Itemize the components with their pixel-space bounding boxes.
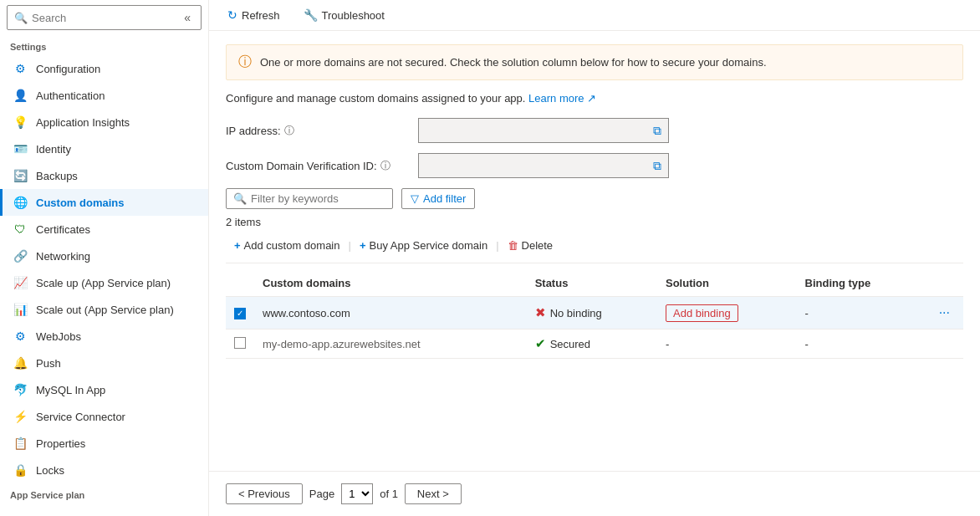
networking-icon: 🔗 (13, 248, 28, 263)
sidebar-item-label: Custom domains (36, 197, 124, 209)
of-label: of 1 (380, 488, 398, 500)
sidebar-item-service-connector[interactable]: ⚡ Service Connector (0, 403, 208, 430)
page-select[interactable]: 1 (341, 483, 373, 504)
sidebar-item-networking[interactable]: 🔗 Networking (0, 243, 208, 269)
certificates-icon: 🛡 (13, 222, 28, 237)
warning-icon: ⓘ (238, 54, 252, 71)
troubleshoot-icon: 🔧 (304, 8, 318, 22)
sidebar-item-properties[interactable]: 📋 Properties (0, 430, 208, 457)
table-row: my-demo-app.azurewebsites.net ✔ Secured … (226, 330, 963, 359)
service-connector-icon: ⚡ (13, 409, 28, 424)
sidebar-item-authentication[interactable]: 👤 Authentication (0, 82, 208, 109)
custom-domains-column-header: Custom domains (254, 270, 527, 297)
custom-domain-id-row: Custom Domain Verification ID: ⓘ ⧉ (226, 153, 963, 178)
search-icon: 🔍 (14, 12, 28, 24)
custom-domain-id-input-wrap: ⧉ (418, 153, 669, 178)
sidebar-search-wrap[interactable]: 🔍 « (7, 5, 202, 30)
sidebar-item-push[interactable]: 🔔 Push (0, 350, 208, 376)
sidebar-item-scale-up[interactable]: 📈 Scale up (App Service plan) (0, 269, 208, 296)
sidebar-item-identity[interactable]: 🪪 Identity (0, 135, 208, 162)
row1-solution[interactable]: Add binding (657, 297, 797, 330)
sidebar-item-locks[interactable]: 🔒 Locks (0, 457, 208, 483)
buy-domain-label: Buy App Service domain (369, 239, 487, 252)
sidebar-item-application-insights[interactable]: 💡 Application Insights (0, 109, 208, 135)
row1-status: ✖ No binding (527, 297, 657, 330)
sidebar-item-label: Identity (36, 143, 71, 156)
row2-checkbox[interactable] (234, 337, 246, 349)
filter-input[interactable] (251, 192, 385, 205)
add-filter-button[interactable]: ▽ Add filter (401, 188, 475, 209)
row1-actions[interactable]: ··· (926, 297, 963, 330)
custom-domain-id-label: Custom Domain Verification ID: ⓘ (226, 159, 418, 173)
ip-address-input[interactable] (424, 125, 651, 137)
sidebar-item-certificates[interactable]: 🛡 Certificates (0, 216, 208, 243)
mysql-icon: 🐬 (13, 382, 28, 397)
row2-domain-text: my-demo-app.azurewebsites.net (263, 338, 421, 350)
secured-success-icon: ✔ (535, 336, 546, 351)
row2-checkbox-cell[interactable] (226, 330, 254, 359)
ip-address-input-wrap: ⧉ (418, 118, 669, 143)
sidebar-item-label: MySQL In App (36, 384, 105, 396)
scale-up-icon: 📈 (13, 275, 28, 290)
collapse-button[interactable]: « (181, 9, 194, 26)
refresh-icon: ↻ (227, 8, 237, 22)
row1-ellipsis-button[interactable]: ··· (934, 304, 955, 322)
row2-actions (926, 330, 963, 359)
table-header-row: Custom domains Status Solution Binding t… (226, 270, 963, 297)
table-row: ✓ www.contoso.com ✖ No binding Add bindi… (226, 297, 963, 330)
sidebar-item-label: Certificates (36, 223, 90, 236)
sidebar-item-label: Authentication (36, 89, 105, 102)
sidebar-item-webjobs[interactable]: ⚙ WebJobs (0, 323, 208, 350)
learn-more-link[interactable]: Learn more ↗ (528, 92, 596, 105)
custom-domain-id-input[interactable] (424, 160, 651, 172)
domains-table: Custom domains Status Solution Binding t… (226, 270, 963, 359)
buy-app-service-domain-button[interactable]: + Buy App Service domain (351, 235, 496, 256)
sidebar-item-backups[interactable]: 🔄 Backups (0, 162, 208, 189)
refresh-label: Refresh (242, 9, 280, 22)
custom-domain-id-copy-button[interactable]: ⧉ (651, 157, 663, 175)
add-custom-domain-button[interactable]: + Add custom domain (226, 235, 349, 256)
sidebar-item-label: WebJobs (36, 330, 81, 343)
row2-binding-type: - (797, 330, 926, 359)
items-count: 2 items (226, 216, 963, 228)
sidebar-item-mysql-in-app[interactable]: 🐬 MySQL In App (0, 376, 208, 403)
troubleshoot-button[interactable]: 🔧 Troubleshoot (299, 5, 390, 25)
filter-bar: 🔍 ▽ Add filter (226, 188, 963, 209)
status-column-header: Status (527, 270, 657, 297)
ip-info-icon: ⓘ (284, 124, 294, 138)
refresh-button[interactable]: ↻ Refresh (222, 5, 285, 25)
ip-address-row: IP address: ⓘ ⧉ (226, 118, 963, 143)
row2-domain: my-demo-app.azurewebsites.net (254, 330, 527, 359)
row1-checkbox-cell[interactable]: ✓ (226, 297, 254, 330)
secured-text: Secured (550, 338, 590, 350)
locks-icon: 🔒 (13, 462, 28, 478)
search-input[interactable] (32, 12, 181, 24)
filter-input-wrap[interactable]: 🔍 (226, 188, 393, 209)
sidebar-item-configuration[interactable]: ⚙ Configuration (0, 55, 208, 82)
previous-button[interactable]: < Previous (226, 483, 303, 504)
next-button[interactable]: Next > (405, 483, 462, 504)
configuration-icon: ⚙ (13, 61, 28, 76)
sidebar-item-custom-domains[interactable]: 🌐 Custom domains (0, 189, 208, 216)
ip-address-label: IP address: ⓘ (226, 124, 418, 138)
action-bar: + Add custom domain | + Buy App Service … (226, 235, 963, 263)
row1-checkbox[interactable]: ✓ (234, 308, 246, 319)
solution-column-header: Solution (657, 270, 797, 297)
add-custom-domain-label: Add custom domain (244, 239, 340, 252)
no-binding-error-icon: ✖ (535, 305, 546, 320)
sidebar-item-label: Application Insights (36, 116, 130, 129)
domain-id-info-icon: ⓘ (380, 159, 390, 173)
sidebar-item-scale-out[interactable]: 📊 Scale out (App Service plan) (0, 296, 208, 323)
description-text: Configure and manage custom domains assi… (226, 92, 963, 105)
delete-button[interactable]: 🗑 Delete (499, 235, 562, 256)
push-icon: 🔔 (13, 355, 28, 370)
delete-icon: 🗑 (508, 239, 518, 252)
binding-type-column-header: Binding type (797, 270, 926, 297)
ip-address-copy-button[interactable]: ⧉ (651, 122, 663, 140)
custom-domains-icon: 🌐 (13, 195, 28, 210)
add-binding-button[interactable]: Add binding (666, 304, 738, 322)
identity-icon: 🪪 (13, 141, 28, 156)
filter-icon: ▽ (411, 192, 419, 205)
sidebar-item-label: Push (36, 357, 61, 370)
settings-section-label: Settings (0, 35, 208, 55)
